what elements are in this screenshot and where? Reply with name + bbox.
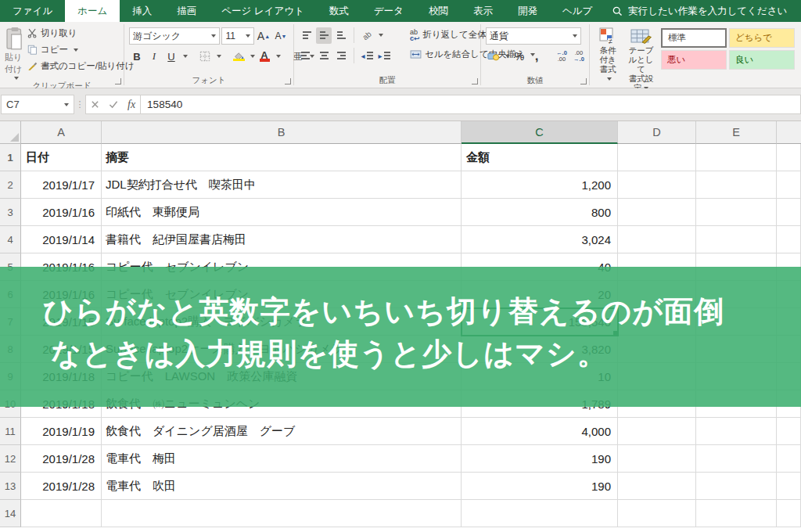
paste-button[interactable]: 貼り付け bbox=[5, 25, 25, 80]
underline-button[interactable]: U bbox=[163, 49, 179, 65]
dialog-launcher-icon[interactable] bbox=[285, 78, 291, 84]
row-header[interactable]: 1 bbox=[0, 144, 21, 171]
cell-date[interactable]: 2019/1/14 bbox=[21, 226, 102, 253]
italic-button[interactable]: I bbox=[146, 49, 162, 65]
underline-dropdown-icon[interactable] bbox=[183, 55, 188, 58]
row-header[interactable]: 11 bbox=[0, 418, 21, 445]
dialog-launcher-icon[interactable] bbox=[472, 78, 478, 84]
column-header-a[interactable]: A bbox=[21, 121, 102, 144]
orientation-button[interactable]: ab bbox=[356, 24, 379, 47]
cell-date[interactable]: 2019/1/28 bbox=[21, 473, 102, 500]
row-header[interactable]: 14 bbox=[0, 500, 21, 527]
cell-amount[interactable] bbox=[462, 500, 618, 527]
tab-file[interactable]: ファイル bbox=[0, 0, 65, 22]
align-center-button[interactable] bbox=[316, 48, 332, 64]
cell-amount[interactable]: 3,024 bbox=[462, 226, 618, 253]
cell-date[interactable]: 日付 bbox=[21, 144, 102, 171]
cell-empty[interactable] bbox=[618, 144, 696, 171]
cell-empty[interactable] bbox=[618, 226, 696, 253]
row-header[interactable]: 12 bbox=[0, 445, 21, 473]
tab-view[interactable]: 表示 bbox=[461, 0, 505, 22]
tab-data[interactable]: データ bbox=[361, 0, 416, 22]
cell-style-option[interactable]: 標準 bbox=[661, 28, 727, 48]
tab-home[interactable]: ホーム bbox=[65, 0, 120, 22]
name-box[interactable]: C7 bbox=[1, 95, 74, 114]
tab-help[interactable]: ヘルプ bbox=[550, 0, 605, 22]
font-size-combo[interactable]: 11 bbox=[221, 27, 254, 45]
borders-button[interactable] bbox=[197, 49, 213, 65]
column-header-c[interactable]: C bbox=[462, 121, 618, 144]
format-painter-button[interactable]: 書式のコピー/貼り付け bbox=[25, 58, 137, 74]
fill-dropdown-icon[interactable] bbox=[250, 55, 255, 58]
cell-amount[interactable]: 金額 bbox=[462, 144, 618, 171]
cell-empty[interactable] bbox=[696, 445, 777, 473]
cell-empty[interactable] bbox=[618, 445, 696, 473]
row-header[interactable]: 13 bbox=[0, 473, 21, 500]
cancel-icon[interactable] bbox=[91, 100, 99, 109]
tab-insert[interactable]: 挿入 bbox=[120, 0, 164, 22]
name-box-dropdown-icon[interactable] bbox=[64, 103, 69, 106]
row-header[interactable]: 3 bbox=[0, 199, 21, 226]
cell-empty[interactable] bbox=[696, 199, 777, 226]
shrink-font-button[interactable]: A▼ bbox=[273, 28, 289, 45]
column-header-e[interactable]: E bbox=[696, 121, 777, 144]
decrease-decimal-button[interactable]: .00→.0 bbox=[571, 49, 587, 65]
cell-desc[interactable] bbox=[102, 500, 462, 527]
cell-desc[interactable]: 電車代 吹田 bbox=[102, 473, 462, 500]
cell-empty[interactable] bbox=[696, 473, 777, 500]
align-middle-button[interactable] bbox=[316, 27, 332, 44]
decrease-indent-button[interactable]: ◂ bbox=[359, 48, 375, 64]
font-color-dropdown-icon[interactable] bbox=[276, 55, 281, 58]
cell-empty[interactable] bbox=[696, 226, 777, 253]
cell-date[interactable] bbox=[21, 500, 102, 527]
comma-style-button[interactable]: , bbox=[529, 49, 544, 65]
cell-empty[interactable] bbox=[618, 171, 696, 199]
tab-page-layout[interactable]: ページ レイアウト bbox=[209, 0, 317, 22]
cell-amount[interactable]: 190 bbox=[462, 445, 618, 473]
orientation-dropdown-icon[interactable] bbox=[379, 34, 383, 37]
cell-style-option[interactable]: どちらで bbox=[729, 28, 795, 48]
formula-bar-handle[interactable]: ⋮ bbox=[74, 99, 85, 110]
cell-empty[interactable] bbox=[618, 199, 696, 226]
copy-button[interactable]: コピー bbox=[25, 41, 137, 58]
tab-developer[interactable]: 開発 bbox=[505, 0, 550, 22]
cell-desc[interactable]: 摘要 bbox=[102, 144, 462, 171]
align-right-button[interactable] bbox=[333, 48, 349, 64]
cell-empty[interactable] bbox=[696, 418, 777, 445]
cell-empty[interactable] bbox=[696, 144, 777, 171]
cell-amount[interactable]: 4,000 bbox=[462, 418, 618, 445]
cell-empty[interactable] bbox=[618, 418, 696, 445]
tell-me-search[interactable]: 実行したい作業を入力してください bbox=[605, 0, 795, 22]
conditional-formatting-button[interactable]: ≠ 条件付き 書式 bbox=[594, 25, 621, 92]
row-header[interactable]: 4 bbox=[0, 226, 21, 253]
bold-button[interactable]: B bbox=[129, 49, 145, 65]
currency-dropdown-icon[interactable] bbox=[505, 55, 510, 58]
cell-amount[interactable]: 800 bbox=[462, 199, 618, 226]
tab-draw[interactable]: 描画 bbox=[164, 0, 209, 22]
increase-indent-button[interactable]: ▸ bbox=[376, 48, 392, 64]
cell-empty[interactable] bbox=[696, 500, 777, 527]
tab-formulas[interactable]: 数式 bbox=[317, 0, 361, 22]
cell-empty[interactable] bbox=[618, 500, 696, 527]
cell-desc[interactable]: JDL契約打合せ代 喫茶田中 bbox=[102, 171, 462, 199]
align-left-button[interactable] bbox=[299, 48, 314, 64]
cell-date[interactable]: 2019/1/28 bbox=[21, 445, 102, 473]
cell-style-option[interactable]: 悪い bbox=[661, 50, 727, 70]
tab-review[interactable]: 校閲 bbox=[416, 0, 461, 22]
dialog-launcher-icon[interactable] bbox=[580, 78, 587, 84]
cell-date[interactable]: 2019/1/17 bbox=[21, 171, 102, 199]
enter-check-icon[interactable] bbox=[109, 100, 118, 109]
cell-date[interactable]: 2019/1/19 bbox=[21, 418, 102, 445]
cell-amount[interactable]: 190 bbox=[462, 473, 618, 500]
percent-style-button[interactable]: % bbox=[512, 49, 527, 65]
cell-empty[interactable] bbox=[618, 473, 696, 500]
format-as-table-button[interactable]: テーブルとして 書式設定 bbox=[624, 25, 658, 92]
insert-function-icon[interactable]: fx bbox=[128, 99, 135, 111]
grow-font-button[interactable]: A▲ bbox=[256, 28, 271, 45]
align-bottom-button[interactable] bbox=[333, 27, 349, 44]
align-top-button[interactable] bbox=[299, 27, 314, 44]
column-header-b[interactable]: B bbox=[102, 121, 462, 144]
select-all-corner[interactable] bbox=[0, 121, 21, 144]
number-format-combo[interactable]: 通貨 bbox=[486, 27, 581, 45]
cell-amount[interactable]: 1,200 bbox=[462, 171, 618, 199]
